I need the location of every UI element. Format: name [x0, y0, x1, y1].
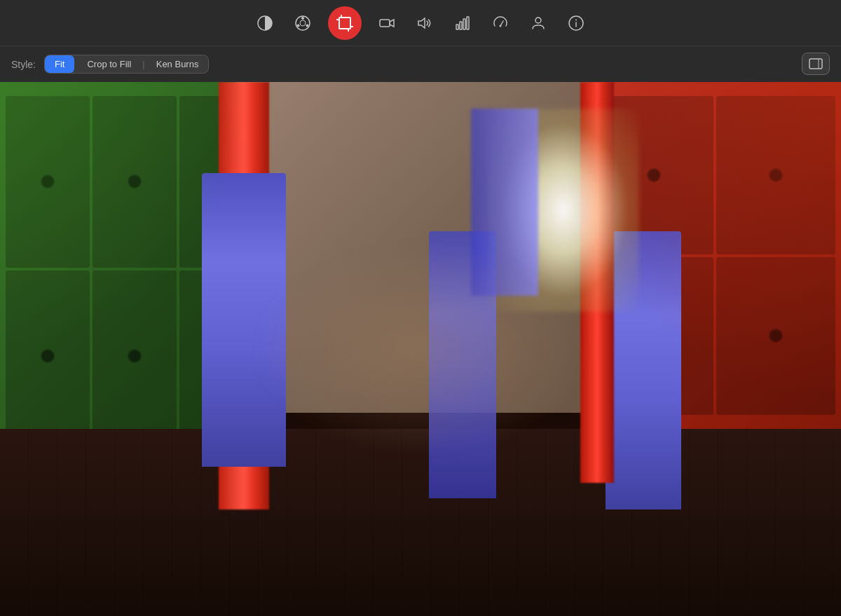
color-wheel-icon[interactable] [290, 11, 315, 36]
style-ken-burns-button[interactable]: Ken Burns [146, 55, 209, 73]
audio-icon[interactable] [412, 11, 437, 36]
haze-center [252, 242, 589, 456]
person-icon[interactable] [526, 11, 551, 36]
bar-chart-icon[interactable] [450, 11, 475, 36]
style-crop-to-fill-button[interactable]: Crop to Fill [77, 55, 141, 73]
svg-point-30 [575, 19, 577, 20]
crop-icon[interactable] [328, 6, 362, 40]
style-bar: Style: Fit Crop to Fill | Ken Burns [0, 46, 841, 82]
color-balance-icon[interactable] [252, 11, 278, 36]
scene [0, 82, 841, 616]
toolbar [0, 0, 841, 46]
style-fit-button[interactable]: Fit [45, 55, 74, 73]
svg-rect-19 [380, 20, 390, 27]
style-label: Style: [11, 59, 36, 70]
svg-point-11 [301, 17, 304, 20]
floor [0, 429, 841, 616]
red-glow-right [547, 82, 841, 402]
svg-rect-23 [463, 19, 465, 29]
svg-rect-14 [339, 18, 350, 29]
video-camera-icon[interactable] [374, 11, 399, 36]
svg-point-27 [535, 18, 541, 23]
svg-point-13 [297, 24, 300, 27]
svg-point-10 [300, 20, 306, 26]
speedometer-icon[interactable] [488, 11, 513, 36]
svg-marker-20 [418, 18, 425, 28]
svg-point-26 [500, 25, 502, 27]
style-buttons: Fit Crop to Fill | Ken Burns [44, 55, 209, 74]
svg-rect-24 [467, 17, 469, 29]
green-glow-left [0, 82, 252, 349]
separator-2: | [141, 59, 146, 69]
video-frame [0, 82, 841, 616]
svg-point-12 [306, 24, 309, 27]
info-icon[interactable] [563, 11, 589, 36]
svg-rect-31 [809, 59, 822, 69]
svg-rect-22 [460, 22, 462, 29]
svg-rect-21 [456, 25, 458, 29]
corner-view-button[interactable] [802, 53, 830, 75]
